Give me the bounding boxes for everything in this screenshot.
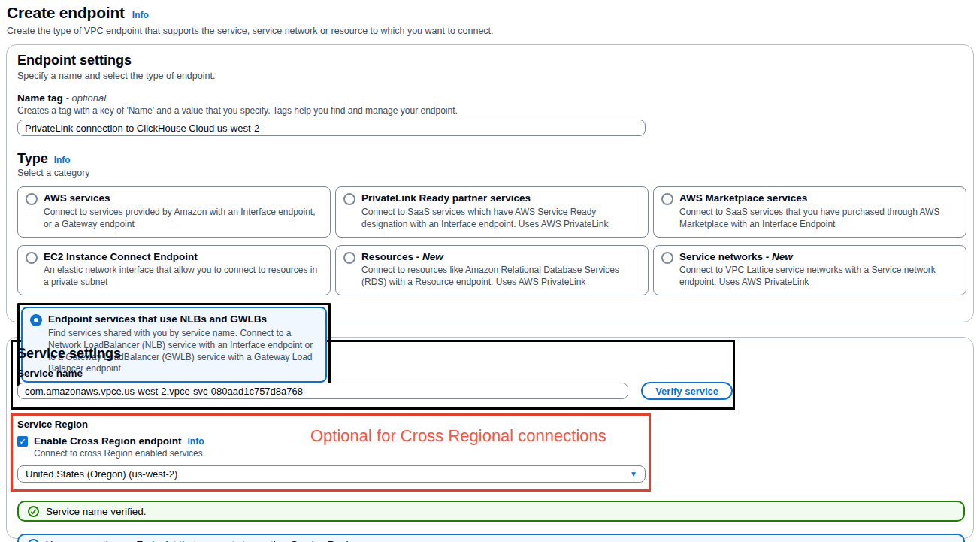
cross-region-checkbox[interactable]: ✓ — [17, 436, 28, 447]
region-select[interactable]: United States (Oregon) (us-west-2) ▼ — [17, 465, 646, 483]
info-alert-text: You are creating an Endpoint that connec… — [46, 539, 360, 542]
radio-icon[interactable] — [661, 252, 673, 264]
name-tag-label: Name tag - optional — [17, 92, 963, 104]
type-option-aws-services[interactable]: AWS services Connect to services provide… — [17, 186, 331, 238]
radio-icon[interactable] — [26, 193, 38, 205]
cross-region-checkbox-label: Enable Cross Region endpoint — [34, 435, 182, 447]
type-option-aws-marketplace[interactable]: AWS Marketplace services Connect to SaaS… — [653, 186, 966, 238]
success-alert-text: Service name verified. — [46, 506, 147, 517]
name-tag-description: Creates a tag with a key of 'Name' and a… — [17, 105, 963, 116]
annotation-note-text: Optional for Cross Regional connections — [310, 426, 606, 446]
info-alert: i You are creating an Endpoint that conn… — [17, 534, 965, 542]
type-option-service-networks[interactable]: Service networks - New Connect to VPC La… — [653, 245, 966, 296]
annotation-box-service-region: Service Region ✓ Enable Cross Region end… — [11, 413, 651, 492]
region-select-value: United States (Oregon) (us-west-2) — [26, 468, 177, 480]
info-icon: i — [28, 539, 39, 542]
cross-region-info-link[interactable]: Info — [188, 436, 204, 447]
type-option-ec2-instance-connect[interactable]: EC2 Instance Connect Endpoint An elastic… — [17, 245, 331, 296]
radio-icon[interactable] — [343, 252, 355, 264]
radio-icon[interactable] — [661, 193, 673, 205]
type-description: Select a category — [17, 168, 963, 178]
check-circle-icon — [28, 506, 39, 517]
radio-icon[interactable] — [343, 193, 355, 205]
page-title-info-link[interactable]: Info — [132, 10, 149, 20]
endpoint-settings-card: Endpoint settings Specify a name and sel… — [6, 44, 974, 322]
endpoint-settings-description: Specify a name and select the type of en… — [17, 71, 963, 81]
service-name-input[interactable] — [17, 383, 628, 399]
chevron-down-icon: ▼ — [630, 470, 637, 478]
type-option-privatelink-partner[interactable]: PrivateLink Ready partner services Conne… — [335, 186, 649, 238]
type-info-link[interactable]: Info — [54, 155, 71, 165]
type-option-resources[interactable]: Resources - New Connect to resources lik… — [335, 245, 649, 296]
radio-selected-icon[interactable] — [30, 314, 42, 326]
page-header: Create endpoint Info Create the type of … — [6, 4, 974, 36]
name-tag-input[interactable] — [17, 120, 646, 136]
type-heading: Type — [17, 151, 48, 167]
success-alert: Service name verified. — [17, 501, 965, 522]
cross-region-description: Connect to cross Region enabled services… — [34, 448, 649, 459]
endpoint-settings-heading: Endpoint settings — [17, 53, 963, 68]
radio-icon[interactable] — [26, 252, 38, 264]
verify-service-button[interactable]: Verify service — [641, 382, 733, 400]
page-title: Create endpoint — [7, 4, 125, 22]
page-subtitle: Create the type of VPC endpoint that sup… — [7, 26, 974, 36]
